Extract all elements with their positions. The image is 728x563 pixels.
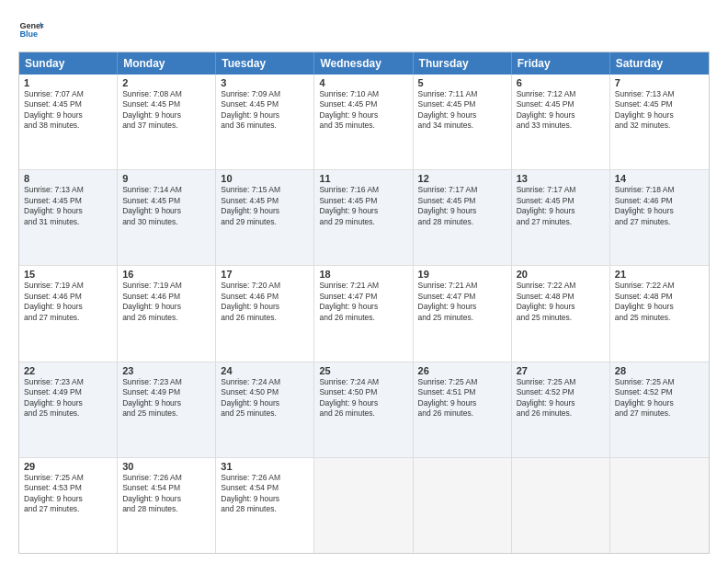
day-cell-20: 20Sunrise: 7:22 AM Sunset: 4:48 PM Dayli… xyxy=(512,266,610,361)
day-cell-7: 7Sunrise: 7:13 AM Sunset: 4:45 PM Daylig… xyxy=(610,75,709,169)
day-number: 17 xyxy=(221,269,309,280)
day-cell-26: 26Sunrise: 7:25 AM Sunset: 4:51 PM Dayli… xyxy=(414,362,512,457)
day-info: Sunrise: 7:25 AM Sunset: 4:51 PM Dayligh… xyxy=(418,377,506,419)
empty-cell xyxy=(414,458,512,553)
day-cell-8: 8Sunrise: 7:13 AM Sunset: 4:45 PM Daylig… xyxy=(19,170,118,265)
weekday-header-thursday: Thursday xyxy=(414,52,512,75)
day-info: Sunrise: 7:16 AM Sunset: 4:45 PM Dayligh… xyxy=(319,185,407,227)
day-info: Sunrise: 7:23 AM Sunset: 4:49 PM Dayligh… xyxy=(24,377,112,419)
svg-text:Blue: Blue xyxy=(19,29,38,39)
day-info: Sunrise: 7:23 AM Sunset: 4:49 PM Dayligh… xyxy=(122,377,210,419)
weekday-header-monday: Monday xyxy=(118,52,216,75)
day-number: 16 xyxy=(122,269,210,280)
day-cell-2: 2Sunrise: 7:08 AM Sunset: 4:45 PM Daylig… xyxy=(118,75,216,169)
header: General Blue xyxy=(18,17,710,42)
weekday-header-tuesday: Tuesday xyxy=(216,52,314,75)
day-cell-14: 14Sunrise: 7:18 AM Sunset: 4:46 PM Dayli… xyxy=(610,170,709,265)
weekday-header-sunday: Sunday xyxy=(19,52,118,75)
day-number: 8 xyxy=(24,173,112,184)
day-number: 18 xyxy=(319,269,407,280)
day-info: Sunrise: 7:14 AM Sunset: 4:45 PM Dayligh… xyxy=(122,185,210,227)
day-number: 3 xyxy=(221,77,309,88)
day-number: 2 xyxy=(122,77,210,88)
day-number: 24 xyxy=(221,365,309,376)
day-number: 19 xyxy=(418,269,506,280)
day-cell-22: 22Sunrise: 7:23 AM Sunset: 4:49 PM Dayli… xyxy=(19,362,118,457)
day-number: 4 xyxy=(319,77,407,88)
day-number: 7 xyxy=(615,77,704,88)
day-cell-13: 13Sunrise: 7:17 AM Sunset: 4:45 PM Dayli… xyxy=(512,170,610,265)
day-number: 26 xyxy=(418,365,506,376)
day-info: Sunrise: 7:13 AM Sunset: 4:45 PM Dayligh… xyxy=(24,185,112,227)
day-number: 20 xyxy=(517,269,605,280)
day-number: 6 xyxy=(517,77,605,88)
day-info: Sunrise: 7:26 AM Sunset: 4:54 PM Dayligh… xyxy=(122,473,210,515)
day-info: Sunrise: 7:18 AM Sunset: 4:46 PM Dayligh… xyxy=(615,185,704,227)
day-cell-9: 9Sunrise: 7:14 AM Sunset: 4:45 PM Daylig… xyxy=(118,170,216,265)
day-info: Sunrise: 7:21 AM Sunset: 4:47 PM Dayligh… xyxy=(418,281,506,323)
day-cell-30: 30Sunrise: 7:26 AM Sunset: 4:54 PM Dayli… xyxy=(118,458,216,553)
day-info: Sunrise: 7:11 AM Sunset: 4:45 PM Dayligh… xyxy=(418,89,506,132)
day-info: Sunrise: 7:17 AM Sunset: 4:45 PM Dayligh… xyxy=(418,185,506,227)
calendar: SundayMondayTuesdayWednesdayThursdayFrid… xyxy=(18,52,710,554)
day-cell-15: 15Sunrise: 7:19 AM Sunset: 4:46 PM Dayli… xyxy=(19,266,118,361)
logo: General Blue xyxy=(18,17,44,42)
day-cell-11: 11Sunrise: 7:16 AM Sunset: 4:45 PM Dayli… xyxy=(314,170,413,265)
calendar-body: 1Sunrise: 7:07 AM Sunset: 4:45 PM Daylig… xyxy=(19,75,709,553)
day-info: Sunrise: 7:12 AM Sunset: 4:45 PM Dayligh… xyxy=(517,89,605,132)
day-number: 5 xyxy=(418,77,506,88)
logo-icon: General Blue xyxy=(18,17,44,42)
day-number: 11 xyxy=(319,173,407,184)
day-cell-18: 18Sunrise: 7:21 AM Sunset: 4:47 PM Dayli… xyxy=(314,266,413,361)
day-number: 23 xyxy=(122,365,210,376)
day-info: Sunrise: 7:24 AM Sunset: 4:50 PM Dayligh… xyxy=(319,377,407,419)
day-number: 22 xyxy=(24,365,112,376)
day-info: Sunrise: 7:10 AM Sunset: 4:45 PM Dayligh… xyxy=(319,89,407,132)
calendar-header: SundayMondayTuesdayWednesdayThursdayFrid… xyxy=(19,52,709,75)
day-number: 12 xyxy=(418,173,506,184)
day-number: 25 xyxy=(319,365,407,376)
day-cell-23: 23Sunrise: 7:23 AM Sunset: 4:49 PM Dayli… xyxy=(118,362,216,457)
day-cell-25: 25Sunrise: 7:24 AM Sunset: 4:50 PM Dayli… xyxy=(314,362,413,457)
day-number: 31 xyxy=(221,461,309,472)
calendar-row-4: 29Sunrise: 7:25 AM Sunset: 4:53 PM Dayli… xyxy=(19,458,709,553)
day-info: Sunrise: 7:26 AM Sunset: 4:54 PM Dayligh… xyxy=(221,473,309,515)
day-cell-24: 24Sunrise: 7:24 AM Sunset: 4:50 PM Dayli… xyxy=(216,362,314,457)
day-info: Sunrise: 7:19 AM Sunset: 4:46 PM Dayligh… xyxy=(122,281,210,323)
empty-cell xyxy=(512,458,610,553)
day-info: Sunrise: 7:22 AM Sunset: 4:48 PM Dayligh… xyxy=(615,281,704,323)
day-cell-3: 3Sunrise: 7:09 AM Sunset: 4:45 PM Daylig… xyxy=(216,75,314,169)
weekday-header-saturday: Saturday xyxy=(610,52,709,75)
day-cell-28: 28Sunrise: 7:25 AM Sunset: 4:52 PM Dayli… xyxy=(610,362,709,457)
day-number: 21 xyxy=(615,269,704,280)
calendar-row-0: 1Sunrise: 7:07 AM Sunset: 4:45 PM Daylig… xyxy=(19,75,709,170)
day-cell-27: 27Sunrise: 7:25 AM Sunset: 4:52 PM Dayli… xyxy=(512,362,610,457)
empty-cell xyxy=(314,458,413,553)
day-info: Sunrise: 7:22 AM Sunset: 4:48 PM Dayligh… xyxy=(517,281,605,323)
day-number: 1 xyxy=(24,77,112,88)
day-cell-17: 17Sunrise: 7:20 AM Sunset: 4:46 PM Dayli… xyxy=(216,266,314,361)
day-cell-4: 4Sunrise: 7:10 AM Sunset: 4:45 PM Daylig… xyxy=(314,75,413,169)
day-number: 15 xyxy=(24,269,112,280)
weekday-header-wednesday: Wednesday xyxy=(314,52,413,75)
page: General Blue SundayMondayTuesdayWednesda… xyxy=(0,0,728,563)
day-info: Sunrise: 7:20 AM Sunset: 4:46 PM Dayligh… xyxy=(221,281,309,323)
day-cell-19: 19Sunrise: 7:21 AM Sunset: 4:47 PM Dayli… xyxy=(414,266,512,361)
empty-cell xyxy=(610,458,709,553)
day-info: Sunrise: 7:21 AM Sunset: 4:47 PM Dayligh… xyxy=(319,281,407,323)
calendar-row-1: 8Sunrise: 7:13 AM Sunset: 4:45 PM Daylig… xyxy=(19,170,709,266)
day-info: Sunrise: 7:07 AM Sunset: 4:45 PM Dayligh… xyxy=(24,89,112,132)
day-info: Sunrise: 7:08 AM Sunset: 4:45 PM Dayligh… xyxy=(122,89,210,132)
day-number: 30 xyxy=(122,461,210,472)
day-number: 29 xyxy=(24,461,112,472)
day-info: Sunrise: 7:24 AM Sunset: 4:50 PM Dayligh… xyxy=(221,377,309,419)
day-info: Sunrise: 7:09 AM Sunset: 4:45 PM Dayligh… xyxy=(221,89,309,132)
day-cell-16: 16Sunrise: 7:19 AM Sunset: 4:46 PM Dayli… xyxy=(118,266,216,361)
day-number: 9 xyxy=(122,173,210,184)
day-cell-31: 31Sunrise: 7:26 AM Sunset: 4:54 PM Dayli… xyxy=(216,458,314,553)
day-cell-12: 12Sunrise: 7:17 AM Sunset: 4:45 PM Dayli… xyxy=(414,170,512,265)
calendar-row-2: 15Sunrise: 7:19 AM Sunset: 4:46 PM Dayli… xyxy=(19,266,709,362)
day-cell-29: 29Sunrise: 7:25 AM Sunset: 4:53 PM Dayli… xyxy=(19,458,118,553)
day-info: Sunrise: 7:17 AM Sunset: 4:45 PM Dayligh… xyxy=(517,185,605,227)
day-number: 13 xyxy=(517,173,605,184)
